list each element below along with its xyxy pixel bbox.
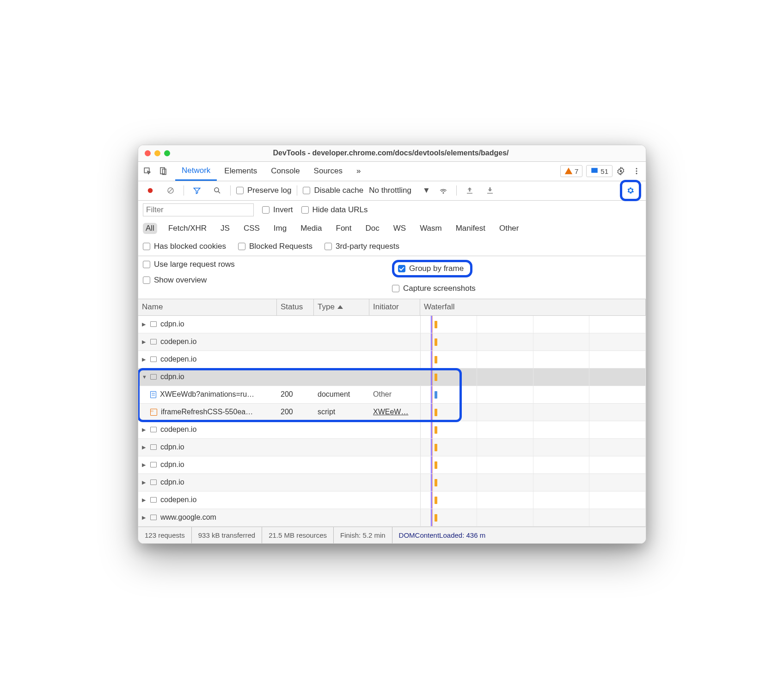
expand-arrow-icon[interactable]: ▼ xyxy=(142,374,149,380)
filter-chip-font[interactable]: Font xyxy=(333,223,355,234)
tab-sources[interactable]: Sources xyxy=(307,161,349,181)
tab-network[interactable]: Network xyxy=(175,161,217,181)
expand-arrow-icon[interactable]: ▶ xyxy=(142,321,149,327)
window-title: DevTools - developer.chrome.com/docs/dev… xyxy=(170,149,612,157)
frame-group-row[interactable]: ▶cdpn.io xyxy=(138,439,646,456)
cell-type xyxy=(314,509,369,526)
col-status[interactable]: Status xyxy=(277,299,314,315)
cell-status xyxy=(277,439,314,456)
filter-input[interactable] xyxy=(143,203,254,216)
filter-chip-media[interactable]: Media xyxy=(298,223,325,234)
expand-arrow-icon[interactable]: ▶ xyxy=(142,356,149,362)
col-initiator[interactable]: Initiator xyxy=(369,299,420,315)
expand-arrow-icon[interactable]: ▶ xyxy=(142,462,149,468)
filter-icon[interactable] xyxy=(190,183,204,198)
frame-group-row[interactable]: ▼cdpn.io xyxy=(138,369,646,386)
filter-chip-other[interactable]: Other xyxy=(496,223,522,234)
settings-icon[interactable] xyxy=(613,164,628,178)
filter-chip-fetchxhr[interactable]: Fetch/XHR xyxy=(165,223,209,234)
inspect-element-icon[interactable] xyxy=(140,164,155,178)
advanced-filters: Has blocked cookies Blocked Requests 3rd… xyxy=(138,238,646,256)
network-settings-icon[interactable] xyxy=(623,183,638,198)
filter-chip-doc[interactable]: Doc xyxy=(363,223,382,234)
close-window-button[interactable] xyxy=(145,150,151,156)
cell-waterfall xyxy=(420,351,646,368)
messages-chip[interactable]: 51 xyxy=(586,165,612,177)
svg-point-13 xyxy=(443,193,444,194)
blocked-requests-checkbox[interactable]: Blocked Requests xyxy=(238,242,312,251)
capture-screenshots-checkbox[interactable]: Capture screenshots xyxy=(392,284,641,293)
frame-group-row[interactable]: ▶cdpn.io xyxy=(138,474,646,491)
frame-group-row[interactable]: ▶cdpn.io xyxy=(138,316,646,333)
expand-arrow-icon[interactable]: ▶ xyxy=(142,497,149,503)
expand-arrow-icon[interactable]: ▶ xyxy=(142,479,149,485)
maximize-window-button[interactable] xyxy=(164,150,170,156)
frame-group-row[interactable]: ▶codepen.io xyxy=(138,333,646,351)
filter-chip-js[interactable]: JS xyxy=(218,223,233,234)
group-by-frame-checkbox[interactable]: Group by frame xyxy=(398,264,464,273)
expand-arrow-icon[interactable]: ▶ xyxy=(142,339,149,345)
status-resources: 21.5 MB resources xyxy=(262,527,334,543)
frame-group-row[interactable]: ▶codepen.io xyxy=(138,491,646,509)
tab-console[interactable]: Console xyxy=(264,161,306,181)
frame-group-row[interactable]: ▶cdpn.io xyxy=(138,456,646,474)
blocked-cookies-checkbox[interactable]: Has blocked cookies xyxy=(143,242,226,251)
network-conditions-icon[interactable] xyxy=(436,183,451,198)
window-controls xyxy=(145,150,170,156)
tab-more[interactable]: » xyxy=(350,161,367,181)
warnings-count: 7 xyxy=(575,167,578,175)
svg-point-6 xyxy=(636,171,637,172)
filter-chip-ws[interactable]: WS xyxy=(391,223,409,234)
search-icon[interactable] xyxy=(210,183,225,198)
cell-type xyxy=(314,474,369,491)
filter-chip-manifest[interactable]: Manifest xyxy=(453,223,488,234)
cell-initiator[interactable]: XWEeW… xyxy=(369,404,420,421)
large-rows-checkbox[interactable]: Use large request rows xyxy=(143,260,392,269)
kebab-menu-icon[interactable] xyxy=(629,164,644,178)
disable-cache-checkbox[interactable]: Disable cache xyxy=(303,186,363,195)
request-row[interactable]: XWEeWdb?animations=ru…200documentOther xyxy=(138,386,646,404)
frame-group-row[interactable]: ▶codepen.io xyxy=(138,351,646,369)
frame-icon xyxy=(150,427,157,432)
filter-chip-wasm[interactable]: Wasm xyxy=(417,223,445,234)
col-waterfall[interactable]: Waterfall xyxy=(420,299,646,315)
cell-initiator xyxy=(369,333,420,350)
hide-data-urls-checkbox[interactable]: Hide data URLs xyxy=(301,205,368,215)
frame-group-row[interactable]: ▶codepen.io xyxy=(138,421,646,439)
cell-initiator xyxy=(369,421,420,438)
cell-status xyxy=(277,509,314,526)
cell-waterfall xyxy=(420,439,646,456)
filter-chip-img[interactable]: Img xyxy=(271,223,289,234)
frame-label: codepen.io xyxy=(160,425,196,434)
invert-checkbox[interactable]: Invert xyxy=(262,205,293,215)
upload-har-icon[interactable] xyxy=(462,183,477,198)
cell-type xyxy=(314,421,369,438)
minimize-window-button[interactable] xyxy=(154,150,160,156)
frame-label: www.google.com xyxy=(160,513,216,522)
expand-arrow-icon[interactable]: ▶ xyxy=(142,427,149,433)
svg-point-11 xyxy=(214,188,219,192)
filter-chip-all[interactable]: All xyxy=(143,223,157,234)
preserve-log-checkbox[interactable]: Preserve log xyxy=(236,186,291,195)
col-type[interactable]: Type xyxy=(314,299,369,315)
warnings-chip[interactable]: 7 xyxy=(560,165,582,177)
frame-icon xyxy=(150,497,157,503)
filter-chip-css[interactable]: CSS xyxy=(241,223,263,234)
clear-icon[interactable] xyxy=(163,183,178,198)
cell-status xyxy=(277,456,314,473)
download-har-icon[interactable] xyxy=(483,183,497,198)
show-overview-checkbox[interactable]: Show overview xyxy=(143,276,392,285)
third-party-checkbox[interactable]: 3rd-party requests xyxy=(325,242,399,251)
device-toggle-icon[interactable] xyxy=(156,164,171,178)
tab-elements[interactable]: Elements xyxy=(218,161,263,181)
expand-arrow-icon[interactable]: ▶ xyxy=(142,515,149,521)
throttling-select[interactable]: No throttling▼ xyxy=(369,186,430,195)
col-name[interactable]: Name xyxy=(138,299,277,315)
expand-arrow-icon[interactable]: ▶ xyxy=(142,444,149,450)
cell-status: 200 xyxy=(277,386,314,403)
cell-type xyxy=(314,456,369,473)
svg-rect-0 xyxy=(144,168,149,173)
record-icon[interactable] xyxy=(143,183,158,198)
request-row[interactable]: iframeRefreshCSS-550ea…200scriptXWEeW… xyxy=(138,404,646,421)
frame-group-row[interactable]: ▶www.google.com xyxy=(138,509,646,527)
